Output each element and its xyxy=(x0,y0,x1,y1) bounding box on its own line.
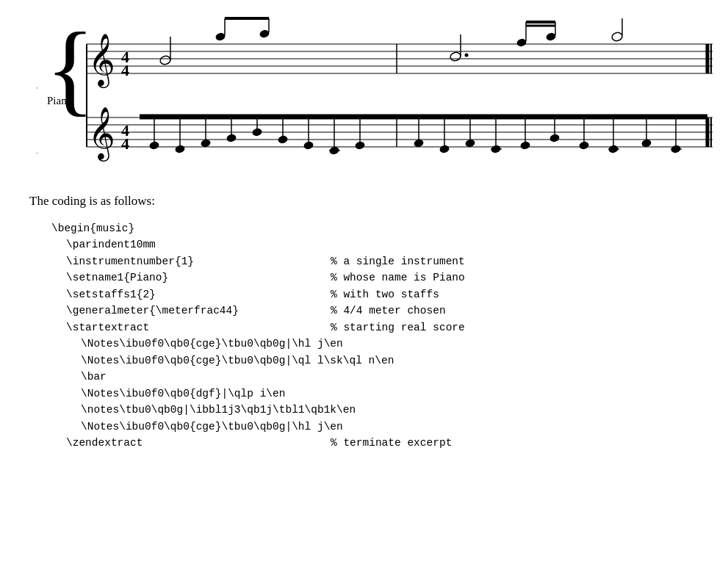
svg-text:Piano: Piano xyxy=(47,95,72,106)
code-line-parindent: \parindent10mm xyxy=(66,236,699,253)
code-line-4: \startextract% starting real score xyxy=(66,319,699,336)
code-comment-4: % starting real score xyxy=(331,319,465,336)
code-line-7: \bar xyxy=(81,369,699,385)
code-block: \begin{music} \parindent10mm xyxy=(51,220,699,253)
intro-text: The coding is as follows: xyxy=(29,194,699,209)
svg-text:𝄞: 𝄞 xyxy=(88,107,115,162)
svg-text:{: { xyxy=(37,71,40,161)
code-text-4: \startextract xyxy=(66,319,316,336)
svg-point-30 xyxy=(611,32,623,42)
svg-text:4: 4 xyxy=(121,134,129,153)
code-line-2: \setstaffs1{2}% with two staffs xyxy=(66,286,699,303)
code-text-6: \Notes\ibu0f0\qb0{cge}\tbu0\qb0g|\ql l\s… xyxy=(81,352,394,369)
code-line-3: \generalmeter{\meterfrac44}% 4/4 meter c… xyxy=(66,303,699,319)
code-parindent-text: \parindent10mm xyxy=(66,236,316,253)
code-line-0: \instrumentnumber{1}% a single instrumen… xyxy=(66,253,699,270)
svg-point-21 xyxy=(450,51,461,62)
code-text-9: \notes\tbu0\qb0g|\ibbl1j3\qb1j\tbl1\qb1k… xyxy=(81,402,356,418)
svg-text:4: 4 xyxy=(121,61,129,79)
code-line-6: \Notes\ibu0f0\qb0{cge}\tbu0\qb0g|\ql l\s… xyxy=(81,352,699,369)
code-line-11: \zendextract% terminate excerpt xyxy=(66,435,699,451)
code-line-10: \Notes\ibu0f0\qb0{cge}\tbu0\qb0g|\hl j\e… xyxy=(81,419,699,435)
code-text-5: \Notes\ibu0f0\qb0{cge}\tbu0\qb0g|\hl j\e… xyxy=(81,336,343,352)
code-text-3: \generalmeter{\meterfrac44} xyxy=(66,303,316,319)
svg-point-23 xyxy=(465,54,469,57)
code-text-1: \setname1{Piano} xyxy=(66,270,316,286)
code-comment-2: % with two staffs xyxy=(331,286,439,303)
code-line-9: \notes\tbu0\qb0g|\ibbl1j3\qb1j\tbl1\qb1k… xyxy=(81,402,699,418)
code-comment-3: % 4/4 meter chosen xyxy=(331,303,446,319)
code-begin-text: \begin{music} xyxy=(51,220,301,236)
code-line-8: \Notes\ibu0f0\qb0{dgf}|\qlp i\en xyxy=(81,386,699,402)
code-line-1: \setname1{Piano}% whose name is Piano xyxy=(66,270,699,286)
code-text-2: \setstaffs1{2} xyxy=(66,286,316,303)
code-text-11: \zendextract xyxy=(66,435,316,451)
svg-text:𝄞: 𝄞 xyxy=(88,34,115,89)
code-text-7: \bar xyxy=(81,369,331,385)
code-text-10: \Notes\ibu0f0\qb0{cge}\tbu0\qb0g|\hl j\e… xyxy=(81,419,343,435)
svg-point-14 xyxy=(159,55,171,65)
code-text-8: \Notes\ibu0f0\qb0{dgf}|\qlp i\en xyxy=(81,386,331,402)
code-lines: \instrumentnumber{1}% a single instrumen… xyxy=(51,253,699,452)
code-text-0: \instrumentnumber{1} xyxy=(66,253,316,270)
code-line-5: \Notes\ibu0f0\qb0{cge}\tbu0\qb0g|\hl j\e… xyxy=(81,336,699,352)
code-comment-11: % terminate excerpt xyxy=(331,435,452,451)
code-line-begin: \begin{music} xyxy=(51,220,699,236)
code-comment-1: % whose name is Piano xyxy=(331,270,465,286)
music-score: { Piano 𝄞 4 4 xyxy=(37,15,720,187)
code-comment-0: % a single instrument xyxy=(331,253,465,270)
